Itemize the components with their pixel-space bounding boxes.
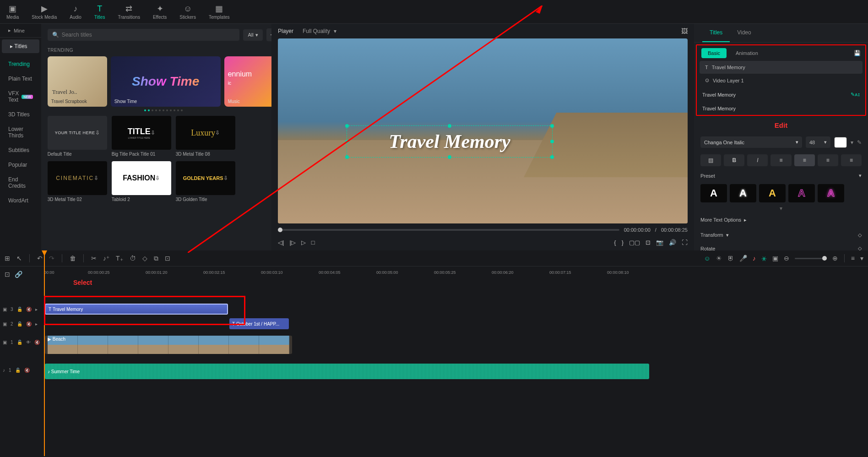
play-button[interactable]: ▷ bbox=[301, 239, 306, 246]
category-trending[interactable]: Trending bbox=[0, 57, 41, 71]
chevron-down-icon[interactable]: ▾ bbox=[851, 139, 853, 146]
tab-stock-media[interactable]: ▶Stock Media bbox=[25, 0, 63, 23]
inspector-tab-video[interactable]: Video bbox=[730, 24, 758, 42]
track-visible-icon[interactable]: 👁 bbox=[26, 340, 31, 345]
bold-button[interactable]: ▤ bbox=[700, 154, 721, 166]
more-text-options[interactable]: More Text Options ▸ bbox=[700, 217, 747, 223]
playhead[interactable] bbox=[44, 250, 45, 456]
category-vfx-text[interactable]: VFX TextNEW bbox=[0, 86, 41, 107]
title-thumb-tabloid[interactable]: FASHION⇩Tabloid 2 bbox=[112, 161, 171, 202]
clip-travel-memory-title[interactable]: T Travel Memory bbox=[45, 304, 228, 315]
subtab-animation[interactable]: Animation bbox=[729, 48, 765, 58]
camera-icon[interactable]: 📷 bbox=[656, 239, 663, 246]
download-icon[interactable]: ⇩ bbox=[95, 130, 100, 136]
track-mute-icon[interactable]: 🔇 bbox=[26, 321, 32, 326]
trending-thumb-ennium[interactable]: enniumicMusic bbox=[224, 56, 279, 107]
speed-tool-icon[interactable]: ⏱ bbox=[130, 255, 136, 262]
titles-folder[interactable]: ▸ Titles bbox=[2, 39, 39, 53]
tab-titles[interactable]: TTitles bbox=[88, 0, 112, 23]
layer-video[interactable]: ⊙Video Layer 1 bbox=[700, 74, 863, 87]
tab-templates[interactable]: ▦Templates bbox=[202, 0, 236, 23]
transform-section[interactable]: Transform ▾ bbox=[700, 232, 729, 238]
undo-button[interactable]: ↶ bbox=[37, 255, 43, 262]
split-button[interactable]: ✂ bbox=[91, 255, 97, 262]
category-subtitles[interactable]: Subtitles bbox=[0, 143, 41, 158]
group-tool-icon[interactable]: ⊡ bbox=[165, 255, 170, 262]
keyframe-diamond-icon[interactable]: ◇ bbox=[858, 232, 862, 238]
title-thumb-metal08[interactable]: Luxury⇩3D Metal Title 08 bbox=[176, 116, 235, 157]
filter-all-dropdown[interactable]: All▾ bbox=[243, 29, 262, 41]
timeline-lock-icon[interactable]: ⊡ bbox=[5, 271, 10, 278]
category-wordart[interactable]: WordArt bbox=[0, 193, 41, 208]
mark-out-button[interactable]: } bbox=[622, 239, 624, 246]
preset-1[interactable]: A bbox=[700, 184, 727, 202]
color-tool-icon[interactable]: ◇ bbox=[142, 255, 147, 262]
layer-text[interactable]: TTravel Memory bbox=[700, 61, 863, 74]
align-center-button[interactable]: ≡ bbox=[794, 154, 815, 166]
category-popular[interactable]: Popular bbox=[0, 158, 41, 172]
chevron-down-icon[interactable]: ▾ bbox=[859, 173, 862, 179]
fullscreen-icon[interactable]: ⛶ bbox=[682, 239, 688, 246]
music-marker-icon[interactable]: ♪ bbox=[753, 255, 756, 262]
download-icon[interactable]: ⇩ bbox=[94, 175, 98, 181]
compare-icon[interactable]: ▢▢ bbox=[629, 239, 640, 246]
trending-thumb-showtime[interactable]: Show Time Show Time bbox=[111, 56, 221, 107]
mark-in-button[interactable]: { bbox=[614, 239, 616, 246]
snapshot-icon[interactable]: 🖼 bbox=[681, 27, 688, 35]
align-left-button[interactable]: ≡ bbox=[770, 154, 791, 166]
align-justify-button[interactable]: ≡ bbox=[841, 154, 862, 166]
inspector-tab-titles[interactable]: Titles bbox=[702, 24, 730, 42]
mic-icon[interactable]: 🎤 bbox=[739, 255, 747, 262]
prev-frame-button[interactable]: ◁| bbox=[278, 239, 284, 246]
preset-2[interactable]: A bbox=[730, 184, 756, 202]
tab-media[interactable]: ▣Media bbox=[0, 0, 25, 23]
italic-button[interactable]: I bbox=[747, 154, 768, 166]
download-icon[interactable]: ⇩ bbox=[155, 175, 160, 181]
zoom-out-button[interactable]: ⊖ bbox=[784, 255, 789, 262]
smiley-marker-icon[interactable]: ☺ bbox=[704, 255, 711, 262]
preset-4[interactable]: A bbox=[788, 184, 815, 202]
redo-button[interactable]: ↷ bbox=[49, 255, 54, 262]
tab-transitions[interactable]: ⇄Transitions bbox=[111, 0, 146, 23]
auto-beat-icon[interactable]: ⚹ bbox=[761, 255, 767, 262]
font-size-input[interactable]: 48▾ bbox=[806, 136, 830, 148]
preset-5[interactable]: A bbox=[818, 184, 844, 202]
adjust-icon[interactable]: ☀ bbox=[716, 255, 722, 262]
audio-tool-icon[interactable]: ♪⁺ bbox=[103, 255, 109, 262]
play-pause-button[interactable]: |▷ bbox=[289, 239, 295, 246]
clip-october-title[interactable]: T October 1st / HAPP... bbox=[229, 318, 289, 329]
shield-icon[interactable]: ⛨ bbox=[727, 255, 734, 262]
text-tool-icon[interactable]: T₊ bbox=[116, 255, 123, 262]
track-lock-icon[interactable]: 🔓 bbox=[17, 321, 22, 326]
download-icon[interactable]: ⇩ bbox=[223, 175, 228, 181]
trending-thumb-scrapbook[interactable]: Travel Jo..Travel Scrapbook bbox=[48, 56, 107, 107]
track-lock-icon[interactable]: 🔓 bbox=[17, 307, 22, 312]
selection-tool-icon[interactable]: ↖ bbox=[16, 255, 22, 262]
quality-dropdown[interactable]: Full Quality▾ bbox=[303, 28, 336, 34]
timeline-link-icon[interactable]: 🔗 bbox=[15, 271, 22, 278]
display-icon[interactable]: ⊡ bbox=[646, 239, 651, 246]
category-end-credits[interactable]: End Credits bbox=[0, 172, 41, 193]
stop-button[interactable]: □ bbox=[311, 239, 315, 246]
zoom-slider[interactable] bbox=[795, 258, 827, 259]
list-view-icon[interactable]: ≡ bbox=[851, 255, 855, 262]
timeline-layout-icon[interactable]: ⊞ bbox=[5, 255, 10, 262]
search-box[interactable]: 🔍 bbox=[48, 29, 240, 41]
scrub-bar[interactable] bbox=[278, 229, 619, 231]
title-thumb-default[interactable]: YOUR TITLE HERE⇩Default Title bbox=[48, 116, 107, 157]
clip-beach-video[interactable]: ▶ Beach bbox=[45, 336, 292, 354]
tab-stickers[interactable]: ☺Stickers bbox=[173, 0, 202, 23]
settings-dropdown-icon[interactable]: ▾ bbox=[860, 255, 863, 262]
save-preset-icon[interactable]: 💾 bbox=[854, 50, 861, 56]
title-thumb-big-title[interactable]: TITLELOWER TITLE HERE⇩Big Title Pack Tit… bbox=[112, 116, 171, 157]
text-color-swatch[interactable] bbox=[834, 137, 847, 148]
tab-audio[interactable]: ♪Audio bbox=[63, 0, 88, 23]
edit-pencil-icon[interactable]: ✎ᴀɪ bbox=[851, 92, 860, 98]
title-thumb-metal02[interactable]: CINEMATIC⇩3D Metal Title 02 bbox=[48, 161, 107, 202]
category-plain-text[interactable]: Plain Text bbox=[0, 71, 41, 86]
subtab-basic[interactable]: Basic bbox=[701, 48, 727, 58]
delete-button[interactable]: 🗑 bbox=[70, 255, 76, 262]
text-content-field[interactable]: Travel Memory bbox=[697, 102, 865, 115]
bold-button[interactable]: B bbox=[724, 154, 744, 166]
track-lock-icon[interactable]: 🔓 bbox=[17, 340, 22, 345]
